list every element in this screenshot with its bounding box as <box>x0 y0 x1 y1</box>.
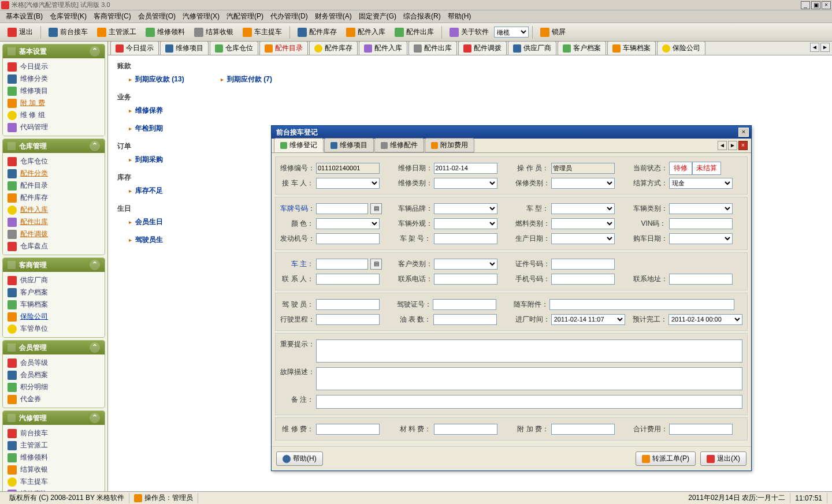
repair-type-select[interactable] <box>434 178 497 189</box>
fuelgauge-input[interactable] <box>433 314 497 325</box>
close-button[interactable]: × <box>822 1 831 9</box>
menu-warehouse[interactable]: 仓库管理(K) <box>46 10 90 23</box>
buydate-select[interactable] <box>669 233 733 244</box>
dtab-parts[interactable]: 维修配件 <box>374 138 424 152</box>
tb-checkout[interactable]: 结算收银 <box>190 25 237 39</box>
doc-tab[interactable]: 配件调拨 <box>458 42 507 55</box>
collapse-icon[interactable]: ⌃ <box>90 141 100 151</box>
dtab-prev[interactable]: ◄ <box>718 141 727 150</box>
contact-input[interactable] <box>316 274 380 285</box>
doc-tab[interactable]: 配件目录 <box>259 42 308 55</box>
tb-stockin[interactable]: 配件入库 <box>342 25 389 39</box>
dtab-items[interactable]: 维修项目 <box>324 138 374 152</box>
total-fee[interactable] <box>669 424 733 435</box>
fuel-select[interactable] <box>551 218 615 229</box>
tb-lock[interactable]: 锁屏 <box>536 25 570 39</box>
doc-tab[interactable]: 保险公司 <box>657 42 705 55</box>
collapse-icon[interactable]: ⌃ <box>90 46 100 57</box>
tb-stock[interactable]: 配件库存 <box>294 25 341 39</box>
material-fee[interactable] <box>434 424 497 435</box>
sidebar-item[interactable]: 维修领料 <box>6 451 101 464</box>
link-inspect[interactable]: 年检到期 <box>129 124 163 133</box>
tab-next[interactable]: ► <box>820 43 830 52</box>
menu-agency[interactable]: 代办管理(D) <box>267 10 311 23</box>
sidebar-item[interactable]: 代码管理 <box>6 121 101 133</box>
sidebar-item[interactable]: 车辆档案 <box>6 298 101 311</box>
repair-date-input[interactable] <box>434 163 497 174</box>
sidebar-item[interactable]: 今日提示 <box>6 61 101 73</box>
doc-tab[interactable]: 配件入库 <box>359 42 407 55</box>
attach-input[interactable] <box>549 299 734 310</box>
repair-no-input[interactable] <box>316 163 380 174</box>
owner-input[interactable] <box>316 259 368 270</box>
mileage-input[interactable] <box>316 314 380 325</box>
tb-stockout[interactable]: 配件出库 <box>391 25 438 39</box>
doc-tab[interactable]: 配件出库 <box>408 42 457 55</box>
intime-select[interactable]: 2011-02-14 11:07 <box>551 314 625 325</box>
panel-header[interactable]: 仓库管理⌃ <box>3 139 105 153</box>
tab-prev[interactable]: ◄ <box>810 43 819 52</box>
dispatch-button[interactable]: 转派工单(P) <box>636 451 696 466</box>
repair-fee[interactable] <box>316 424 380 435</box>
sidebar-item[interactable]: 配件分类 <box>6 167 101 180</box>
sidebar-item[interactable]: 维修分类 <box>6 73 101 85</box>
menu-customer[interactable]: 客商管理(C) <box>90 10 135 23</box>
fault-desc[interactable] <box>316 367 742 390</box>
sidebar-item[interactable]: 积分明细 <box>6 381 101 393</box>
minimize-button[interactable]: _ <box>801 1 810 9</box>
frame-input[interactable] <box>434 233 497 244</box>
panel-header[interactable]: 会员管理⌃ <box>3 341 105 354</box>
sidebar-item[interactable]: 车主提车 <box>6 476 101 488</box>
sidebar-item[interactable]: 配件入库 <box>6 204 101 216</box>
important-note[interactable] <box>316 339 742 363</box>
tb-dispatch[interactable]: 主管派工 <box>93 25 140 39</box>
operator-input[interactable] <box>551 163 615 174</box>
link-payable[interactable]: 到期应付款 (7) <box>221 74 272 84</box>
addr-input[interactable] <box>669 274 733 285</box>
menu-basic[interactable]: 基本设置(B) <box>2 10 46 23</box>
panel-header[interactable]: 客商管理⌃ <box>3 258 105 272</box>
sidebar-item[interactable]: 客户档案 <box>6 286 101 298</box>
doc-tab[interactable]: 客户档案 <box>558 42 606 55</box>
link-birthday[interactable]: 会员生日 <box>129 217 163 227</box>
menu-parts[interactable]: 汽配管理(P) <box>223 10 267 23</box>
sidebar-item[interactable]: 维修项目 <box>6 85 101 97</box>
sidebar-item[interactable]: 配件调拨 <box>6 228 101 240</box>
sidebar-item[interactable]: 主管派工 <box>6 439 101 451</box>
menu-member[interactable]: 会员管理(O) <box>135 10 179 23</box>
doc-tab[interactable]: 今日提示 <box>110 42 159 55</box>
model-select[interactable] <box>551 203 615 214</box>
idno-input[interactable] <box>551 259 615 270</box>
plate-lookup-button[interactable]: ▤ <box>370 203 382 214</box>
tb-about[interactable]: 关于软件 <box>445 25 493 39</box>
maximize-button[interactable]: ▣ <box>811 1 820 9</box>
phone-input[interactable] <box>434 274 497 285</box>
license-input[interactable] <box>433 299 496 310</box>
menu-assets[interactable]: 固定资产(G) <box>355 10 400 23</box>
sidebar-item[interactable]: 保险公司 <box>6 311 101 323</box>
sidebar-item[interactable]: 附 加 费 <box>6 97 101 109</box>
doc-tab[interactable]: 仓库仓位 <box>210 42 258 55</box>
panel-header[interactable]: 基本设置⌃ <box>3 44 105 58</box>
sidebar-item[interactable]: 代金券 <box>6 393 101 405</box>
sidebar-item[interactable]: 车管单位 <box>6 323 101 335</box>
link-maint[interactable]: 维修保养 <box>129 106 163 115</box>
menu-help[interactable]: 帮助(H) <box>444 10 475 23</box>
brand-select[interactable] <box>434 203 497 214</box>
menu-repair[interactable]: 汽修管理(X) <box>179 10 223 23</box>
doc-tab[interactable]: 供应厂商 <box>508 42 556 55</box>
dtab-register[interactable]: 维修登记 <box>274 138 324 152</box>
link-receivable[interactable]: 到期应收款 (13) <box>129 74 184 84</box>
owner-lookup-button[interactable]: ▤ <box>370 259 382 270</box>
sidebar-item[interactable]: 会员档案 <box>6 369 101 381</box>
proddate-select[interactable] <box>551 233 615 244</box>
sidebar-item[interactable]: 配件目录 <box>6 180 101 192</box>
custtype-select[interactable] <box>434 259 497 270</box>
sidebar-item[interactable]: 前台接车 <box>6 427 101 439</box>
settle-select[interactable]: 现金 <box>669 178 733 189</box>
dialog-close[interactable]: × <box>738 128 749 137</box>
receiver-select[interactable] <box>316 178 380 189</box>
dtab-extra[interactable]: 附加费用 <box>425 138 474 152</box>
panel-header[interactable]: 汽修管理⌃ <box>3 411 105 425</box>
link-lowstock[interactable]: 库存不足 <box>129 186 163 196</box>
